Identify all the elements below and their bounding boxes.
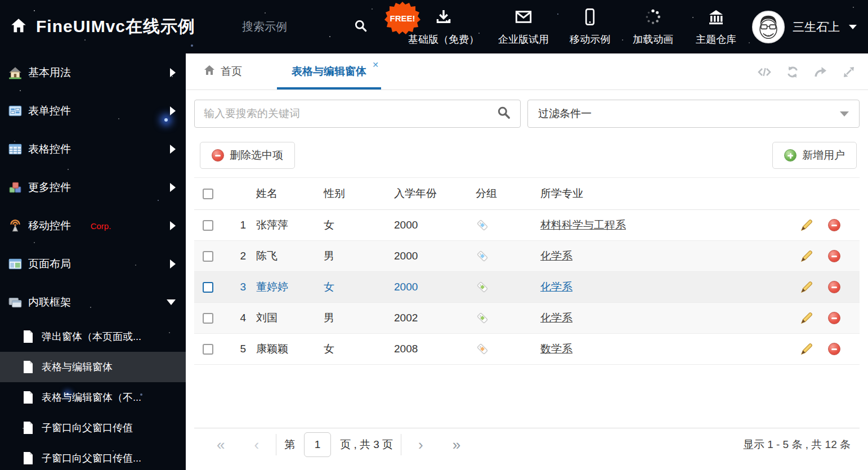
sidebar-item-form-controls[interactable]: 表单控件 xyxy=(0,92,186,130)
page-prefix: 第 xyxy=(284,437,295,452)
column-header-gender[interactable]: 性别 xyxy=(324,186,394,201)
row-checkbox[interactable] xyxy=(203,282,213,293)
sidebar-subitem-label: 弹出窗体（本页面或... xyxy=(42,330,141,343)
table-row[interactable]: 2 陈飞 男 2000 化学系 xyxy=(194,241,860,272)
sidebar-item-label: 更多控件 xyxy=(28,180,170,195)
edit-pencil-icon[interactable] xyxy=(800,218,813,232)
major-link[interactable]: 数学系 xyxy=(540,343,572,355)
sidebar-item-grid-controls[interactable]: 表格控件 xyxy=(0,130,186,168)
select-all-checkbox[interactable] xyxy=(203,189,213,199)
row-checkbox[interactable] xyxy=(203,251,213,262)
table-row-selected[interactable]: 3 董婷婷 女 2000 化学系 xyxy=(194,272,860,303)
row-number: 3 xyxy=(230,281,246,293)
avatar[interactable] xyxy=(752,11,785,43)
major-link[interactable]: 材料科学与工程系 xyxy=(540,219,626,231)
sidebar-item-label: 页面布局 xyxy=(28,257,170,271)
main-content: 首页 表格与编辑窗体 ✕ 过滤条件一 xyxy=(186,53,868,470)
expand-icon[interactable] xyxy=(842,65,856,79)
cell-year: 2002 xyxy=(394,312,476,324)
sidebar-subitem-popup-window[interactable]: 弹出窗体（本页面或... xyxy=(0,321,186,352)
nav-label: 移动示例 xyxy=(570,33,610,46)
nav-enterprise-trial[interactable]: 企业版试用 xyxy=(496,8,551,46)
major-link[interactable]: 化学系 xyxy=(540,281,572,293)
table-row[interactable]: 5 康颖颖 女 2008 数学系 xyxy=(194,334,860,365)
major-link[interactable]: 化学系 xyxy=(540,250,572,262)
chevron-right-icon xyxy=(170,259,176,268)
sidebar-item-mobile-controls[interactable]: 移动控件 Corp. xyxy=(0,207,186,245)
cell-name: 陈飞 xyxy=(256,249,324,263)
nav-label: 加载动画 xyxy=(633,33,673,46)
cell-year: 2000 xyxy=(394,219,476,231)
user-menu[interactable]: 三生石上 xyxy=(752,0,857,53)
sidebar-item-label: 表单控件 xyxy=(28,104,170,118)
delete-row-icon[interactable] xyxy=(828,343,840,355)
sidebar-subitem-child-to-parent[interactable]: 子窗口向父窗口传值 xyxy=(0,413,186,443)
search-icon[interactable] xyxy=(496,105,511,122)
refresh-icon[interactable] xyxy=(786,65,799,79)
delete-row-icon[interactable] xyxy=(828,281,840,293)
user-grid: 姓名 性别 入学年份 分组 所学专业 1 张萍萍 女 2000 材料科学与工程系… xyxy=(194,177,860,460)
major-link[interactable]: 化学系 xyxy=(540,312,572,324)
top-header: FineUIMvc在线示例 FREE! 基础版（免费） 企业版试用 xyxy=(0,0,868,53)
share-icon[interactable] xyxy=(814,65,827,79)
delete-row-icon[interactable] xyxy=(828,250,840,262)
column-header-major[interactable]: 所学专业 xyxy=(540,186,792,201)
cell-year: 2000 xyxy=(394,281,476,293)
prev-page-button[interactable]: ‹ xyxy=(239,437,274,452)
cell-gender: 女 xyxy=(324,280,394,294)
close-icon[interactable]: ✕ xyxy=(372,60,379,69)
button-label: 删除选中项 xyxy=(230,148,283,163)
search-icon[interactable] xyxy=(354,19,368,35)
sidebar-item-inline-frame[interactable]: 内联框架 xyxy=(0,283,186,321)
row-checkbox[interactable] xyxy=(203,344,213,355)
sidebar-item-more-controls[interactable]: 更多控件 xyxy=(0,168,186,207)
filter-dropdown[interactable]: 过滤条件一 xyxy=(527,100,860,128)
sidebar-subitem-grid-edit-window-2[interactable]: 表格与编辑窗体（不... xyxy=(0,382,186,413)
envelope-icon xyxy=(514,8,533,28)
delete-row-icon[interactable] xyxy=(828,312,840,324)
page-number-input[interactable] xyxy=(304,432,331,457)
edit-pencil-icon[interactable] xyxy=(800,311,813,325)
source-code-icon[interactable] xyxy=(758,65,771,79)
windows-icon xyxy=(8,295,23,310)
last-page-button[interactable]: » xyxy=(438,437,475,452)
edit-pencil-icon[interactable] xyxy=(800,249,813,263)
sidebar-item-page-layout[interactable]: 页面布局 xyxy=(0,245,186,283)
layout-icon xyxy=(8,257,23,271)
table-row[interactable]: 4 刘国 男 2002 化学系 xyxy=(194,303,860,334)
next-page-button[interactable]: › xyxy=(404,437,438,452)
keyword-search-input[interactable] xyxy=(204,108,496,120)
sidebar-item-basic-usage[interactable]: 基本用法 xyxy=(0,53,186,92)
sidebar-subitem-child-to-parent-2[interactable]: 子窗口向父窗口传值... xyxy=(0,443,186,470)
edit-pencil-icon[interactable] xyxy=(800,342,813,356)
home-icon[interactable] xyxy=(9,16,28,38)
chevron-right-icon xyxy=(170,145,176,154)
cell-year: 2000 xyxy=(394,250,476,262)
app-title: FineUIMvc在线示例 xyxy=(36,15,195,38)
row-checkbox[interactable] xyxy=(203,313,213,324)
nav-mobile-demo[interactable]: 移动示例 xyxy=(566,8,614,46)
header-search-input[interactable] xyxy=(242,20,326,33)
nav-theme-repo[interactable]: 主题仓库 xyxy=(692,8,740,46)
row-number: 4 xyxy=(230,312,246,324)
edit-pencil-icon[interactable] xyxy=(800,280,813,294)
delete-row-icon[interactable] xyxy=(828,219,840,231)
column-header-year[interactable]: 入学年份 xyxy=(394,186,476,201)
tab-home[interactable]: 首页 xyxy=(203,53,242,89)
sidebar-subitem-label: 表格与编辑窗体 xyxy=(42,360,113,374)
keyword-search-box xyxy=(194,100,521,128)
first-page-button[interactable]: « xyxy=(202,437,239,452)
tab-grid-edit-window[interactable]: 表格与编辑窗体 ✕ xyxy=(277,53,381,89)
table-row[interactable]: 1 张萍萍 女 2000 材料科学与工程系 xyxy=(194,210,860,241)
row-checkbox[interactable] xyxy=(203,220,213,231)
chevron-down-icon xyxy=(849,25,857,29)
sidebar-subitem-grid-edit-window[interactable]: 表格与编辑窗体 xyxy=(0,352,186,382)
user-name: 三生石上 xyxy=(793,19,840,35)
file-icon xyxy=(23,451,34,465)
add-user-button[interactable]: 新增用户 xyxy=(772,142,857,169)
nav-loading-animation[interactable]: 加载动画 xyxy=(629,8,677,46)
delete-selected-button[interactable]: 删除选中项 xyxy=(200,142,295,169)
grid-header-row: 姓名 性别 入学年份 分组 所学专业 xyxy=(194,178,860,210)
column-header-group[interactable]: 分组 xyxy=(476,186,540,201)
column-header-name[interactable]: 姓名 xyxy=(256,186,324,201)
